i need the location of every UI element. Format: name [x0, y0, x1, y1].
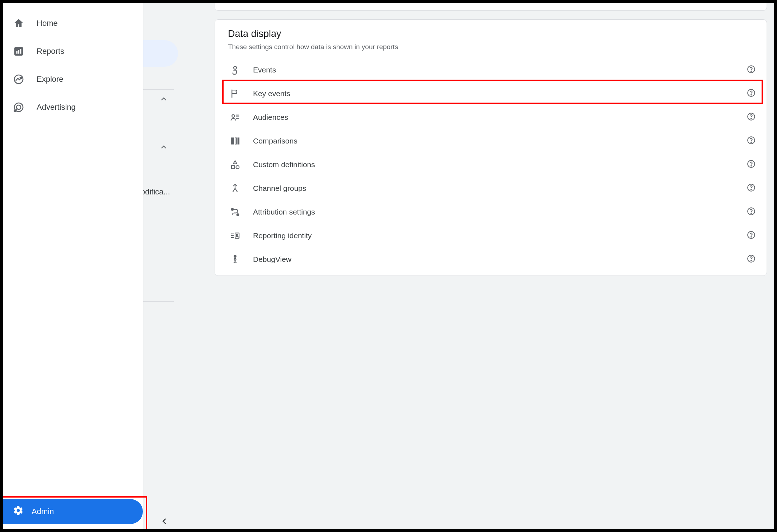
help-icon[interactable]: [746, 207, 757, 217]
row-key-events[interactable]: Key events: [228, 82, 759, 105]
top-card-fragment: [215, 3, 767, 11]
chevron-left-icon[interactable]: [159, 516, 169, 526]
svg-point-36: [234, 255, 236, 258]
data-display-card: Data display These settings control how …: [215, 19, 767, 276]
svg-point-35: [751, 237, 752, 237]
nav-sidebar: Home Reports Explore Advertising: [3, 3, 143, 529]
row-debugview[interactable]: DebugView: [228, 248, 759, 271]
svg-rect-17: [231, 166, 235, 169]
nav-home[interactable]: Home: [3, 9, 143, 37]
advertising-icon: [11, 100, 26, 114]
nav-label: Home: [37, 19, 58, 28]
divider-fragment: [141, 137, 174, 137]
help-icon[interactable]: [746, 230, 757, 241]
chevron-up-icon[interactable]: [159, 95, 168, 103]
comparisons-icon: [228, 134, 242, 148]
row-reporting-identity[interactable]: Reporting identity: [228, 224, 759, 248]
chevron-up-icon[interactable]: [159, 143, 168, 151]
card-title: Data display: [228, 28, 759, 39]
row-label: DebugView: [253, 255, 736, 264]
gear-icon: [13, 505, 24, 518]
svg-point-4: [751, 95, 752, 95]
svg-point-39: [751, 260, 752, 261]
help-icon[interactable]: [746, 159, 757, 170]
nav-label: Explore: [37, 75, 64, 84]
nav-admin[interactable]: Admin: [3, 499, 143, 524]
svg-rect-42: [18, 50, 19, 54]
svg-point-20: [751, 166, 752, 166]
svg-point-18: [236, 166, 239, 169]
row-comparisons[interactable]: Comparisons: [228, 129, 759, 153]
nav-label: Reports: [37, 47, 64, 56]
svg-rect-43: [20, 49, 21, 53]
shapes-icon: [228, 157, 242, 172]
help-icon[interactable]: [746, 136, 757, 146]
row-label: Key events: [253, 89, 736, 98]
row-custom-definitions[interactable]: Custom definitions: [228, 153, 759, 176]
nav-advertising[interactable]: Advertising: [3, 93, 143, 121]
nav-explore[interactable]: Explore: [3, 65, 143, 93]
row-label: Events: [253, 66, 736, 74]
svg-rect-11: [231, 138, 234, 144]
content-area: odifica... Data display These settings c…: [143, 3, 774, 529]
nav-label: Admin: [32, 507, 54, 516]
row-label: Channel groups: [253, 184, 736, 193]
debugview-icon: [228, 252, 242, 267]
nav-reports[interactable]: Reports: [3, 37, 143, 65]
svg-point-22: [751, 189, 752, 190]
explore-icon: [11, 72, 26, 86]
flag-icon: [228, 86, 242, 101]
svg-rect-13: [238, 138, 239, 144]
help-icon[interactable]: [746, 65, 757, 75]
row-label: Reporting identity: [253, 231, 736, 240]
svg-marker-16: [233, 161, 237, 164]
svg-point-5: [232, 115, 235, 118]
svg-rect-12: [235, 138, 237, 144]
svg-point-28: [236, 234, 238, 236]
row-events[interactable]: Events: [228, 58, 759, 82]
svg-rect-41: [16, 51, 17, 54]
svg-point-10: [751, 118, 752, 119]
divider-fragment: [141, 89, 174, 90]
row-label: Attribution settings: [253, 208, 736, 216]
selected-item-fragment: [139, 40, 178, 67]
help-icon[interactable]: [746, 254, 757, 265]
row-label: Audiences: [253, 113, 736, 122]
divider-fragment: [141, 301, 174, 302]
svg-point-2: [751, 71, 752, 72]
merge-icon: [228, 181, 242, 196]
row-label: Custom definitions: [253, 160, 736, 169]
home-icon: [11, 16, 26, 30]
identity-icon: [228, 229, 242, 243]
reports-icon: [11, 44, 26, 58]
help-icon[interactable]: [746, 88, 757, 99]
card-subtitle: These settings control how data is shown…: [228, 43, 759, 51]
row-label: Comparisons: [253, 137, 736, 145]
help-icon[interactable]: [746, 183, 757, 194]
truncated-text-fragment: odifica...: [141, 187, 170, 197]
svg-point-0: [234, 66, 237, 69]
attribution-icon: [228, 205, 242, 219]
svg-point-23: [231, 208, 234, 211]
audiences-icon: [228, 110, 242, 124]
row-audiences[interactable]: Audiences: [228, 105, 759, 129]
svg-point-37: [234, 259, 236, 260]
svg-point-24: [237, 214, 239, 216]
help-icon[interactable]: [746, 112, 757, 123]
row-attribution-settings[interactable]: Attribution settings: [228, 200, 759, 224]
touch-icon: [228, 63, 242, 77]
nav-label: Advertising: [37, 103, 76, 112]
svg-point-26: [751, 213, 752, 214]
svg-point-15: [751, 142, 752, 143]
row-channel-groups[interactable]: Channel groups: [228, 176, 759, 200]
